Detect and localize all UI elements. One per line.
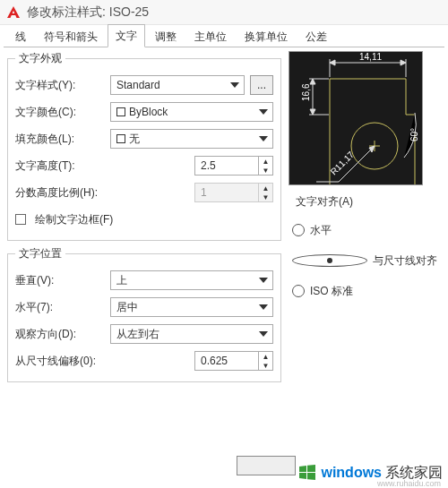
group-text-appearance: 文字外观 文字样式(Y): Standard ... 文字颜色(C): ByBl… [7, 51, 281, 241]
label-text-height: 文字高度(T): [15, 158, 105, 174]
tab-line[interactable]: 线 [7, 25, 34, 47]
spinner-text-height-value: 2.5 [195, 159, 258, 172]
checkbox-draw-frame[interactable] [15, 214, 26, 225]
swatch-byblock-icon [116, 107, 125, 116]
select-vertical[interactable]: 上 [110, 270, 273, 290]
label-vertical: 垂直(V): [15, 273, 105, 288]
chevron-down-icon [258, 107, 269, 117]
label-offset: 从尺寸线偏移(0): [15, 354, 123, 369]
windows-logo-icon [297, 463, 317, 483]
group-text-alignment: 文字对齐(A) 水平 与尺寸线对齐 ISO 标准 [289, 194, 441, 312]
label-fraction-height: 分数高度比例(H): [15, 185, 123, 201]
label-radio-horizontal: 水平 [310, 223, 332, 238]
spinner-offset[interactable]: 0.625 ▲▼ [194, 351, 273, 371]
select-text-style[interactable]: Standard [110, 75, 245, 95]
swatch-none-icon [116, 134, 125, 143]
spinner-fraction-height-value: 1 [195, 186, 258, 199]
label-fill-color: 填充颜色(L): [15, 132, 105, 147]
legend-alignment: 文字对齐(A) [292, 194, 357, 210]
spinner-arrows-icon: ▲▼ [258, 184, 272, 201]
chevron-down-icon [229, 80, 240, 90]
tab-tolerances[interactable]: 公差 [297, 25, 335, 47]
label-draw-frame: 绘制文字边框(F) [35, 212, 113, 227]
autocad-icon [5, 4, 22, 21]
legend-placement: 文字位置 [15, 246, 65, 261]
spinner-fraction-height: 1 ▲▼ [194, 183, 273, 202]
spinner-text-height[interactable]: 2.5 ▲▼ [194, 156, 273, 176]
select-vertical-value: 上 [116, 273, 127, 288]
chevron-down-icon [258, 133, 269, 144]
tab-text[interactable]: 文字 [108, 24, 145, 47]
footer-button[interactable] [237, 456, 296, 475]
preview-dim-radius: R11,17 [329, 150, 357, 177]
select-fill-color[interactable]: 无 [110, 129, 273, 149]
label-horizontal: 水平(7): [15, 300, 105, 315]
preview-dim-angle: 60° [409, 128, 419, 141]
label-radio-align-dimline: 与尺寸线对齐 [373, 253, 437, 269]
select-text-style-value: Standard [116, 79, 160, 91]
select-text-color[interactable]: ByBlock [110, 102, 273, 122]
preview-dim-top: 14,11 [359, 52, 382, 62]
spinner-offset-value: 0.625 [195, 355, 258, 367]
chevron-down-icon [258, 329, 269, 339]
watermark-url: www.ruhaidu.com [377, 479, 441, 488]
watermark-text1: windows [321, 465, 382, 481]
label-radio-iso-standard: ISO 标准 [310, 284, 353, 299]
select-viewdir-value: 从左到右 [116, 327, 159, 342]
label-text-style: 文字样式(Y): [15, 78, 105, 93]
title-bar: 修改标注样式: ISO-25 [0, 0, 448, 25]
select-fill-color-value: 无 [129, 132, 140, 147]
legend-appearance: 文字外观 [15, 51, 65, 66]
chevron-down-icon [258, 302, 269, 312]
tab-bar: 线 符号和箭头 文字 调整 主单位 换算单位 公差 [0, 25, 448, 47]
radio-iso-standard[interactable] [292, 285, 305, 297]
preview-dim-left: 16,6 [301, 83, 311, 101]
radio-horizontal[interactable] [292, 224, 305, 236]
select-horizontal-value: 居中 [116, 300, 138, 315]
tab-primary-units[interactable]: 主单位 [186, 25, 235, 47]
group-text-placement: 文字位置 垂直(V): 上 水平(7): 居中 [7, 246, 281, 382]
tab-fit[interactable]: 调整 [147, 25, 185, 47]
tab-alt-units[interactable]: 换算单位 [237, 25, 296, 47]
label-viewdir: 观察方向(D): [15, 327, 105, 342]
window-title: 修改标注样式: ISO-25 [27, 4, 149, 21]
label-text-color: 文字颜色(C): [15, 105, 105, 120]
button-text-style-browse[interactable]: ... [250, 75, 273, 95]
select-horizontal[interactable]: 居中 [110, 297, 273, 317]
select-text-color-value: ByBlock [129, 106, 168, 118]
select-viewdir[interactable]: 从左到右 [110, 324, 273, 344]
radio-align-dimline[interactable] [292, 254, 367, 267]
chevron-down-icon [258, 275, 269, 286]
tab-symbols-arrows[interactable]: 符号和箭头 [36, 25, 106, 47]
spinner-arrows-icon: ▲▼ [258, 157, 272, 175]
spinner-arrows-icon: ▲▼ [258, 352, 272, 370]
dimension-preview: 14,11 16,6 R11,17 60° [289, 51, 423, 185]
